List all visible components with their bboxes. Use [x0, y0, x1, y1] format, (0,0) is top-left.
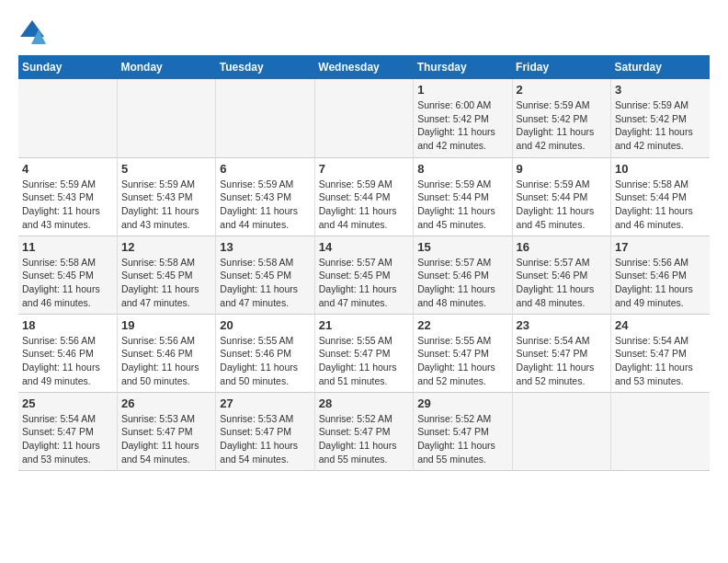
header-sunday: Sunday	[18, 55, 117, 79]
day-number: 18	[22, 318, 113, 332]
calendar-cell: 25Sunrise: 5:54 AM Sunset: 5:47 PM Dayli…	[18, 392, 117, 470]
day-number: 12	[121, 240, 211, 254]
day-info: Sunrise: 5:56 AM Sunset: 5:46 PM Dayligh…	[121, 334, 211, 388]
week-row-1: 4Sunrise: 5:59 AM Sunset: 5:43 PM Daylig…	[18, 157, 710, 236]
week-row-0: 1Sunrise: 6:00 AM Sunset: 5:42 PM Daylig…	[18, 79, 710, 157]
calendar-cell: 5Sunrise: 5:59 AM Sunset: 5:43 PM Daylig…	[117, 157, 215, 236]
day-info: Sunrise: 5:57 AM Sunset: 5:46 PM Dayligh…	[417, 256, 507, 310]
day-number: 25	[22, 396, 113, 410]
calendar-cell: 13Sunrise: 5:58 AM Sunset: 5:45 PM Dayli…	[216, 236, 314, 314]
day-number: 8	[417, 162, 507, 176]
day-info: Sunrise: 5:59 AM Sunset: 5:42 PM Dayligh…	[517, 98, 607, 153]
day-info: Sunrise: 5:59 AM Sunset: 5:43 PM Dayligh…	[220, 178, 310, 232]
header-friday: Friday	[512, 55, 610, 79]
day-info: Sunrise: 5:57 AM Sunset: 5:46 PM Dayligh…	[517, 256, 607, 310]
day-number: 26	[121, 396, 211, 410]
day-info: Sunrise: 5:53 AM Sunset: 5:47 PM Dayligh…	[121, 412, 211, 466]
day-number: 28	[319, 396, 409, 410]
day-info: Sunrise: 5:58 AM Sunset: 5:45 PM Dayligh…	[121, 256, 211, 310]
logo-icon	[18, 18, 46, 46]
day-info: Sunrise: 5:59 AM Sunset: 5:43 PM Dayligh…	[22, 178, 113, 232]
header-thursday: Thursday	[414, 55, 512, 79]
calendar-cell: 1Sunrise: 6:00 AM Sunset: 5:42 PM Daylig…	[414, 79, 512, 157]
calendar-cell: 3Sunrise: 5:59 AM Sunset: 5:42 PM Daylig…	[611, 79, 710, 157]
calendar-cell: 22Sunrise: 5:55 AM Sunset: 5:47 PM Dayli…	[414, 314, 512, 392]
calendar-cell	[216, 79, 314, 157]
calendar-cell: 7Sunrise: 5:59 AM Sunset: 5:44 PM Daylig…	[314, 157, 413, 236]
day-number: 7	[319, 162, 409, 176]
day-number: 23	[517, 318, 607, 332]
day-number: 5	[121, 162, 211, 176]
day-info: Sunrise: 5:59 AM Sunset: 5:43 PM Dayligh…	[121, 178, 211, 232]
calendar-cell: 15Sunrise: 5:57 AM Sunset: 5:46 PM Dayli…	[414, 236, 512, 314]
calendar-cell: 27Sunrise: 5:53 AM Sunset: 5:47 PM Dayli…	[216, 392, 314, 470]
day-info: Sunrise: 5:57 AM Sunset: 5:45 PM Dayligh…	[319, 256, 409, 310]
day-info: Sunrise: 6:00 AM Sunset: 5:42 PM Dayligh…	[417, 98, 507, 153]
calendar-header: SundayMondayTuesdayWednesdayThursdayFrid…	[18, 55, 710, 79]
calendar-body: 1Sunrise: 6:00 AM Sunset: 5:42 PM Daylig…	[18, 79, 710, 470]
day-info: Sunrise: 5:59 AM Sunset: 5:44 PM Dayligh…	[517, 178, 607, 232]
logo	[18, 18, 50, 46]
week-row-3: 18Sunrise: 5:56 AM Sunset: 5:46 PM Dayli…	[18, 314, 710, 392]
page-header	[18, 18, 710, 46]
day-number: 21	[319, 318, 409, 332]
week-row-4: 25Sunrise: 5:54 AM Sunset: 5:47 PM Dayli…	[18, 392, 710, 470]
day-info: Sunrise: 5:54 AM Sunset: 5:47 PM Dayligh…	[517, 334, 607, 388]
day-number: 16	[517, 240, 607, 254]
day-number: 2	[517, 83, 607, 97]
calendar-cell: 4Sunrise: 5:59 AM Sunset: 5:43 PM Daylig…	[18, 157, 117, 236]
calendar-cell: 6Sunrise: 5:59 AM Sunset: 5:43 PM Daylig…	[216, 157, 314, 236]
header-wednesday: Wednesday	[314, 55, 413, 79]
header-tuesday: Tuesday	[216, 55, 314, 79]
calendar-cell	[512, 392, 610, 470]
calendar-cell: 18Sunrise: 5:56 AM Sunset: 5:46 PM Dayli…	[18, 314, 117, 392]
calendar-cell: 16Sunrise: 5:57 AM Sunset: 5:46 PM Dayli…	[512, 236, 610, 314]
calendar-cell	[18, 79, 117, 157]
day-info: Sunrise: 5:56 AM Sunset: 5:46 PM Dayligh…	[22, 334, 113, 388]
day-info: Sunrise: 5:59 AM Sunset: 5:42 PM Dayligh…	[615, 98, 706, 153]
day-info: Sunrise: 5:59 AM Sunset: 5:44 PM Dayligh…	[417, 178, 507, 232]
day-number: 24	[615, 318, 706, 332]
day-number: 20	[220, 318, 310, 332]
header-saturday: Saturday	[611, 55, 710, 79]
calendar-table: SundayMondayTuesdayWednesdayThursdayFrid…	[18, 55, 710, 471]
day-number: 13	[220, 240, 310, 254]
calendar-cell	[611, 392, 710, 470]
calendar-cell: 19Sunrise: 5:56 AM Sunset: 5:46 PM Dayli…	[117, 314, 215, 392]
day-number: 14	[319, 240, 409, 254]
day-number: 17	[615, 240, 706, 254]
day-number: 9	[517, 162, 607, 176]
day-info: Sunrise: 5:52 AM Sunset: 5:47 PM Dayligh…	[319, 412, 409, 466]
day-info: Sunrise: 5:58 AM Sunset: 5:44 PM Dayligh…	[615, 178, 706, 232]
calendar-cell: 28Sunrise: 5:52 AM Sunset: 5:47 PM Dayli…	[314, 392, 413, 470]
day-number: 29	[417, 396, 507, 410]
day-info: Sunrise: 5:59 AM Sunset: 5:44 PM Dayligh…	[319, 178, 409, 232]
calendar-cell: 24Sunrise: 5:54 AM Sunset: 5:47 PM Dayli…	[611, 314, 710, 392]
day-number: 1	[417, 83, 507, 97]
calendar-cell: 29Sunrise: 5:52 AM Sunset: 5:47 PM Dayli…	[414, 392, 512, 470]
day-number: 4	[22, 162, 113, 176]
day-info: Sunrise: 5:58 AM Sunset: 5:45 PM Dayligh…	[220, 256, 310, 310]
week-row-2: 11Sunrise: 5:58 AM Sunset: 5:45 PM Dayli…	[18, 236, 710, 314]
day-info: Sunrise: 5:56 AM Sunset: 5:46 PM Dayligh…	[615, 256, 706, 310]
calendar-cell: 9Sunrise: 5:59 AM Sunset: 5:44 PM Daylig…	[512, 157, 610, 236]
day-number: 3	[615, 83, 706, 97]
header-row: SundayMondayTuesdayWednesdayThursdayFrid…	[18, 55, 710, 79]
calendar-cell: 11Sunrise: 5:58 AM Sunset: 5:45 PM Dayli…	[18, 236, 117, 314]
calendar-cell: 23Sunrise: 5:54 AM Sunset: 5:47 PM Dayli…	[512, 314, 610, 392]
day-info: Sunrise: 5:58 AM Sunset: 5:45 PM Dayligh…	[22, 256, 113, 310]
calendar-cell: 26Sunrise: 5:53 AM Sunset: 5:47 PM Dayli…	[117, 392, 215, 470]
day-number: 10	[615, 162, 706, 176]
day-number: 27	[220, 396, 310, 410]
calendar-cell	[117, 79, 215, 157]
day-info: Sunrise: 5:52 AM Sunset: 5:47 PM Dayligh…	[417, 412, 507, 466]
day-info: Sunrise: 5:53 AM Sunset: 5:47 PM Dayligh…	[220, 412, 310, 466]
calendar-cell: 2Sunrise: 5:59 AM Sunset: 5:42 PM Daylig…	[512, 79, 610, 157]
day-number: 11	[22, 240, 113, 254]
calendar-cell: 17Sunrise: 5:56 AM Sunset: 5:46 PM Dayli…	[611, 236, 710, 314]
day-info: Sunrise: 5:54 AM Sunset: 5:47 PM Dayligh…	[22, 412, 113, 466]
header-monday: Monday	[117, 55, 215, 79]
calendar-cell: 12Sunrise: 5:58 AM Sunset: 5:45 PM Dayli…	[117, 236, 215, 314]
day-info: Sunrise: 5:55 AM Sunset: 5:47 PM Dayligh…	[417, 334, 507, 388]
day-number: 15	[417, 240, 507, 254]
